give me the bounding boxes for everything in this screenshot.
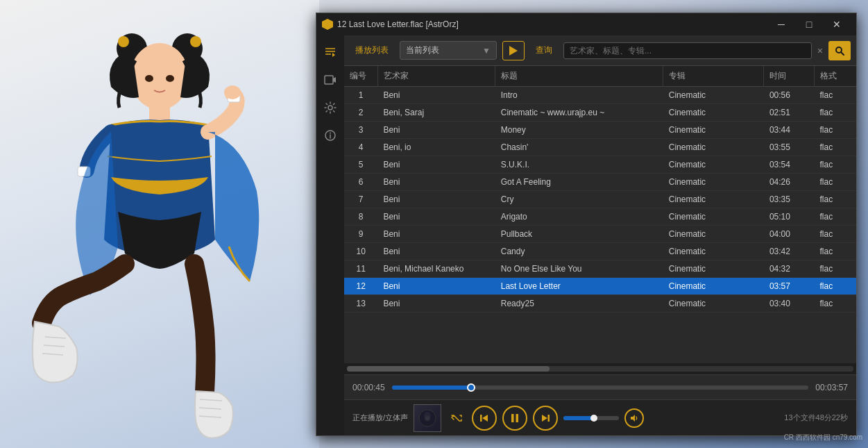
- svg-rect-36: [516, 414, 519, 422]
- volume-fill: [563, 416, 594, 420]
- svg-marker-37: [542, 415, 547, 422]
- track-artist: Beni: [377, 208, 495, 226]
- track-artist: Beni: [377, 278, 495, 295]
- track-artist: Beni, Michael Kaneko: [377, 260, 495, 278]
- horizontal-scrollbar-thumb[interactable]: [347, 366, 550, 372]
- track-num: 2: [344, 104, 377, 122]
- sidebar-info-btn[interactable]: [319, 124, 341, 147]
- progress-thumb[interactable]: [467, 383, 475, 392]
- toolbar: 播放列表 当前列表 ▼ 查询 ×: [344, 35, 856, 66]
- search-icon-button[interactable]: [828, 41, 851, 60]
- search-input[interactable]: [563, 42, 812, 59]
- track-format: flac: [814, 278, 856, 295]
- sidebar-playlist-btn[interactable]: [319, 41, 341, 63]
- prev-button[interactable]: [472, 406, 497, 431]
- track-format: flac: [814, 260, 856, 278]
- track-num: 10: [344, 243, 377, 260]
- table-row[interactable]: 9 Beni Pullback Cinematic 04:00 flac: [344, 226, 856, 243]
- playlist-btn[interactable]: 播放列表: [350, 42, 394, 59]
- table-row[interactable]: 10 Beni Candy Cinematic 03:42 flac: [344, 243, 856, 260]
- track-title: Got A Feeling: [495, 174, 663, 191]
- app-icon: [322, 19, 333, 30]
- track-format: flac: [814, 295, 856, 313]
- sidebar-settings-btn[interactable]: [319, 97, 341, 119]
- horizontal-scroll-area[interactable]: [344, 363, 856, 374]
- table-row[interactable]: 5 Beni S.U.K.I. Cinematic 03:54 flac: [344, 156, 856, 174]
- progress-bar[interactable]: [392, 385, 809, 390]
- svg-marker-20: [332, 53, 335, 57]
- track-time: 03:35: [764, 191, 815, 208]
- svg-point-7: [224, 85, 241, 99]
- svg-rect-35: [511, 414, 514, 422]
- track-time: 02:51: [764, 104, 815, 122]
- track-album: Cinematic: [663, 87, 764, 104]
- track-format: flac: [814, 139, 856, 156]
- track-time: 04:26: [764, 174, 815, 191]
- track-table: 编号 艺术家 标题 专辑 时间 格式 1 Beni Intro Cinemati…: [344, 66, 856, 313]
- track-artist: Beni: [377, 174, 495, 191]
- table-row[interactable]: 1 Beni Intro Cinematic 00:56 flac: [344, 87, 856, 104]
- track-time: 00:56: [764, 87, 815, 104]
- right-panel: 播放列表 当前列表 ▼ 查询 ×: [344, 35, 856, 435]
- table-row[interactable]: 7 Beni Cry Cinematic 03:35 flac: [344, 191, 856, 208]
- table-row[interactable]: 13 Beni Ready25 Cinematic 03:40 flac: [344, 295, 856, 313]
- table-row[interactable]: 8 Beni Arigato Cinematic 05:10 flac: [344, 208, 856, 226]
- col-header-artist: 艺术家: [377, 66, 495, 87]
- track-title: Chasin': [495, 139, 663, 156]
- horizontal-scrollbar[interactable]: [347, 366, 853, 372]
- svg-rect-34: [480, 415, 482, 422]
- track-format: flac: [814, 156, 856, 174]
- table-row[interactable]: 2 Beni, Saraj Cinematic ~ www.urajp.eu ~…: [344, 104, 856, 122]
- sidebar-video-btn[interactable]: [319, 69, 341, 91]
- svg-point-4: [130, 43, 189, 110]
- track-list-container[interactable]: 编号 艺术家 标题 专辑 时间 格式 1 Beni Intro Cinemati…: [344, 66, 856, 363]
- track-artist: Beni, io: [377, 139, 495, 156]
- prev-icon: [479, 413, 489, 423]
- svg-rect-38: [548, 415, 550, 422]
- track-num: 1: [344, 87, 377, 104]
- track-time: 03:40: [764, 295, 815, 313]
- maximize-button[interactable]: □: [795, 13, 823, 35]
- track-album: Cinematic: [663, 122, 764, 139]
- track-artist: Beni: [377, 191, 495, 208]
- progress-fill: [392, 385, 471, 390]
- track-format: flac: [814, 104, 856, 122]
- album-thumb-inner: [414, 405, 441, 431]
- search-label[interactable]: 查询: [530, 42, 558, 59]
- next-button[interactable]: [533, 406, 558, 431]
- track-title: Intro: [495, 87, 663, 104]
- shuffle-button[interactable]: [447, 408, 466, 428]
- track-album: Cinematic: [663, 260, 764, 278]
- pause-icon: [511, 413, 519, 423]
- current-playlist-dropdown[interactable]: 当前列表 ▼: [400, 41, 497, 60]
- file-count: 13个文件48分22秒: [784, 413, 848, 423]
- table-row[interactable]: 6 Beni Got A Feeling Cinematic 04:26 fla…: [344, 174, 856, 191]
- table-row[interactable]: 11 Beni, Michael Kaneko No One Else Like…: [344, 260, 856, 278]
- volume-bar[interactable]: [563, 416, 619, 420]
- track-time: 04:00: [764, 226, 815, 243]
- video-icon: [324, 74, 337, 86]
- search-clear-button[interactable]: ×: [817, 45, 823, 56]
- minimize-button[interactable]: ─: [767, 13, 795, 35]
- window-title: 12 Last Love Letter.flac [AstrOrz]: [337, 19, 767, 29]
- track-title: Cinematic ~ www.urajp.eu ~: [495, 104, 663, 122]
- album-art-icon: [417, 408, 438, 429]
- speaker-button[interactable]: [624, 408, 644, 428]
- pause-button[interactable]: [502, 406, 527, 431]
- album-thumbnail: [414, 404, 441, 432]
- track-format: flac: [814, 191, 856, 208]
- status-text: 正在播放/立体声: [352, 413, 408, 423]
- settings-icon: [324, 101, 337, 114]
- close-button[interactable]: ✕: [823, 13, 851, 35]
- table-row[interactable]: 4 Beni, io Chasin' Cinematic 03:55 flac: [344, 139, 856, 156]
- track-title: S.U.K.I.: [495, 156, 663, 174]
- svg-point-15: [145, 75, 153, 82]
- track-num: 4: [344, 139, 377, 156]
- table-row[interactable]: 3 Beni Money Cinematic 03:44 flac: [344, 122, 856, 139]
- track-title: Pullback: [495, 226, 663, 243]
- svg-line-28: [841, 52, 844, 55]
- track-artist: Beni: [377, 122, 495, 139]
- table-row[interactable]: 12 Beni Last Love Letter Cinematic 03:57…: [344, 278, 856, 295]
- play-button[interactable]: [502, 41, 525, 60]
- volume-thumb[interactable]: [590, 415, 597, 422]
